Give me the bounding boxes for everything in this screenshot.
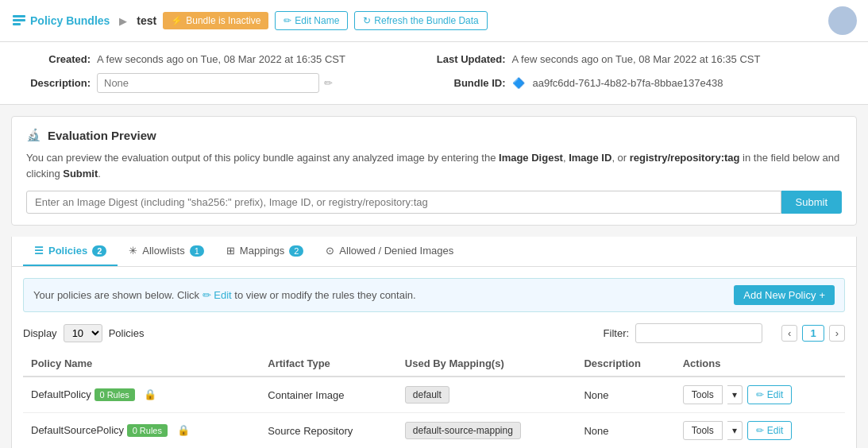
meta-section: Created: A few seconds ago on Tue, 08 Ma… <box>0 42 868 105</box>
mapping-tag: default-source-mapping <box>405 422 521 439</box>
next-page-button[interactable]: › <box>829 325 845 342</box>
col-description: Description <box>576 351 674 377</box>
bundle-id-icon: 🔷 <box>512 77 525 89</box>
info-bar-text: Your policies are shown below. Click ✏ E… <box>33 289 416 301</box>
description-edit-icon[interactable]: ✏ <box>324 77 333 89</box>
filter-input[interactable] <box>635 323 762 343</box>
actions-cell: Tools ▾ ✏ Edit <box>675 377 845 413</box>
bundle-id-row: Bundle ID: 🔷 aa9fc6dd-761J-4b82-b7fa-8bb… <box>434 73 850 93</box>
action-group: Tools ▾ ✏ Edit <box>683 385 837 404</box>
plus-icon: + <box>819 289 825 301</box>
display-select[interactable]: 10 25 50 <box>64 324 102 342</box>
svg-rect-2 <box>13 23 21 25</box>
description-input[interactable] <box>97 73 319 93</box>
action-group: Tools ▾ ✏ Edit <box>683 421 837 440</box>
actions-cell: Tools ▾ ✏ Edit <box>675 413 845 449</box>
description-row: Description: ✏ <box>19 73 434 93</box>
artifact-type-cell: Source Repository <box>260 413 396 449</box>
policy-name-cell: DefaultPolicy 0 Rules 🔒 <box>23 377 260 413</box>
avatar <box>828 6 857 35</box>
created-value: A few seconds ago on Tue, 08 Mar 2022 at… <box>97 53 345 65</box>
bundle-inactive-button[interactable]: ⚡ Bundle is Inactive <box>163 12 268 29</box>
mappings-icon: ⊞ <box>226 245 235 257</box>
edit-icon: ✏ <box>284 15 291 26</box>
col-artifact-type: Artifact Type <box>260 351 396 377</box>
description-label: Description: <box>19 77 91 89</box>
tools-button[interactable]: Tools <box>683 385 723 404</box>
prev-page-button[interactable]: ‹ <box>781 325 797 342</box>
policies-badge: 2 <box>92 245 106 257</box>
tab-allowlists[interactable]: ✳ Allowlists 1 <box>118 237 215 266</box>
description-cell: None <box>576 413 674 449</box>
tools-dropdown-button[interactable]: ▾ <box>727 421 743 440</box>
tools-dropdown-button[interactable]: ▾ <box>727 385 743 404</box>
edit-icon: ✏ <box>756 425 764 436</box>
eval-title-icon: 🔬 <box>26 128 41 142</box>
breadcrumb-sep: ▶ <box>119 15 127 27</box>
policies-icon: ☰ <box>34 245 44 257</box>
svg-rect-1 <box>13 19 25 21</box>
add-new-policy-button[interactable]: Add New Policy + <box>734 285 835 305</box>
table-row: DefaultSourcePolicy 0 Rules 🔒 Source Rep… <box>23 413 845 449</box>
allowlists-icon: ✳ <box>129 245 137 257</box>
mapping-cell: default <box>397 377 577 413</box>
logo-text: Policy Bundles <box>30 14 110 27</box>
policy-bundles-icon <box>11 13 27 29</box>
edit-icon: ✏ <box>756 389 764 400</box>
submit-button[interactable]: Submit <box>781 191 842 214</box>
main-content: Your policies are shown below. Click ✏ E… <box>11 267 857 448</box>
last-updated-label: Last Updated: <box>434 53 506 65</box>
edit-link[interactable]: ✏ Edit <box>203 289 232 301</box>
policy-name: DefaultSourcePolicy <box>31 424 124 436</box>
refresh-button[interactable]: ↻ Refresh the Bundle Data <box>354 11 487 30</box>
info-bar: Your policies are shown below. Click ✏ E… <box>23 278 845 312</box>
eval-section: 🔬 Evaluation Preview You can preview the… <box>11 116 857 226</box>
policy-name: DefaultPolicy <box>31 388 91 400</box>
table-controls: Display 10 25 50 Policies Filter: ‹ 1 › <box>23 323 845 343</box>
policies-label: Policies <box>109 327 145 339</box>
col-policy-name: Policy Name <box>23 351 260 377</box>
edit-name-button[interactable]: ✏ Edit Name <box>275 11 348 30</box>
top-bar: Policy Bundles ▶ test ⚡ Bundle is Inacti… <box>0 0 868 42</box>
pagination-top: ‹ 1 › <box>781 325 845 342</box>
current-page: 1 <box>802 325 824 342</box>
allowlists-badge: 1 <box>190 245 204 257</box>
last-updated-value: A few seconds ago on Tue, 08 Mar 2022 at… <box>512 53 761 65</box>
tab-allowed-denied[interactable]: ⊙ Allowed / Denied Images <box>314 237 465 266</box>
rules-badge: 0 Rules <box>95 388 135 401</box>
display-label: Display <box>23 327 57 339</box>
filter-label: Filter: <box>604 327 630 339</box>
tools-button[interactable]: Tools <box>683 421 723 440</box>
created-label: Created: <box>19 53 91 65</box>
mapping-tag: default <box>405 386 449 404</box>
eval-input-row: Submit <box>26 191 842 214</box>
table-row: DefaultPolicy 0 Rules 🔒 Container Image … <box>23 377 845 413</box>
description-cell: None <box>576 377 674 413</box>
svg-rect-0 <box>13 15 25 17</box>
refresh-icon: ↻ <box>363 15 371 26</box>
bundle-id-label: Bundle ID: <box>434 77 506 89</box>
tab-policies[interactable]: ☰ Policies 2 <box>23 237 118 266</box>
policies-table: Policy Name Artifact Type Used By Mappin… <box>23 351 845 448</box>
mappings-badge: 2 <box>289 245 303 257</box>
allowed-denied-icon: ⊙ <box>326 245 334 257</box>
col-used-by-mapping: Used By Mapping(s) <box>397 351 577 377</box>
policy-name-cell: DefaultSourcePolicy 0 Rules 🔒 <box>23 413 260 449</box>
lock-icon: 🔒 <box>144 388 156 400</box>
mapping-cell: default-source-mapping <box>397 413 577 449</box>
bundle-id-value: aa9fc6dd-761J-4b82-b7fa-8bbae137e438 <box>533 77 723 89</box>
eval-title: 🔬 Evaluation Preview <box>26 128 842 142</box>
tab-mappings[interactable]: ⊞ Mappings 2 <box>215 237 315 266</box>
created-row: Created: A few seconds ago on Tue, 08 Ma… <box>19 53 434 65</box>
eval-input[interactable] <box>26 191 781 214</box>
eval-description: You can preview the evaluation output of… <box>26 150 842 181</box>
logo: Policy Bundles <box>11 13 110 29</box>
last-updated-row: Last Updated: A few seconds ago on Tue, … <box>434 53 850 65</box>
artifact-type-cell: Container Image <box>260 377 396 413</box>
edit-policy-button[interactable]: ✏ Edit <box>747 421 793 440</box>
rules-badge: 0 Rules <box>127 424 168 437</box>
bundle-name: test <box>137 14 156 27</box>
lock-icon: 🔒 <box>177 424 190 436</box>
tabs-bar: ☰ Policies 2 ✳ Allowlists 1 ⊞ Mappings 2… <box>11 237 857 267</box>
edit-policy-button[interactable]: ✏ Edit <box>747 385 793 404</box>
